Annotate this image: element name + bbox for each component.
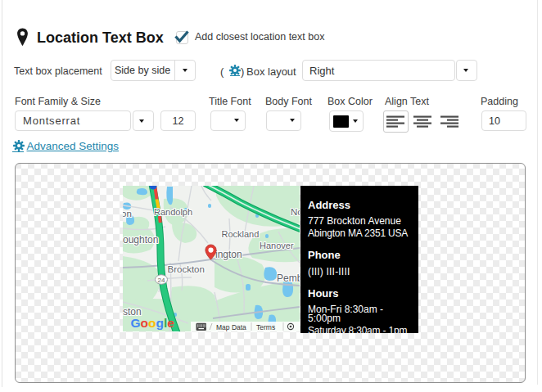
svg-text:Hanover: Hanover xyxy=(260,241,294,250)
svg-text:Pemb: Pemb xyxy=(277,273,300,284)
svg-text:Map Data: Map Data xyxy=(216,323,246,331)
svg-text:on: on xyxy=(123,209,132,219)
svg-text:No: No xyxy=(291,207,300,217)
svg-text:oughton: oughton xyxy=(123,234,158,246)
svg-text:24: 24 xyxy=(158,277,165,284)
svg-text:Rockland: Rockland xyxy=(222,229,260,239)
svg-text:Terms: Terms xyxy=(256,323,275,331)
svg-text:Randolph: Randolph xyxy=(154,207,192,217)
svg-text:Google: Google xyxy=(131,316,175,330)
svg-text:ington: ington xyxy=(215,249,242,260)
svg-text:Brockton: Brockton xyxy=(168,264,205,274)
